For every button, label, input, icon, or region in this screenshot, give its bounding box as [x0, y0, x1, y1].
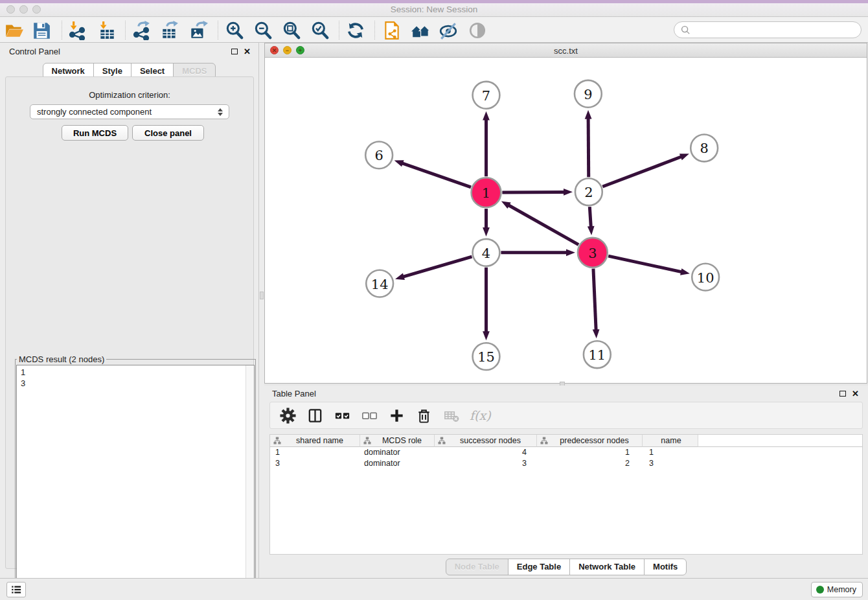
column-type-icon — [438, 437, 446, 444]
show-hidden-icon[interactable] — [466, 19, 488, 41]
search-box[interactable] — [674, 21, 862, 38]
tab-edge-table[interactable]: Edge Table — [508, 559, 570, 575]
export-network-icon[interactable] — [130, 19, 152, 41]
control-panel: Control Panel ✕ Network Style Select MCD… — [0, 43, 259, 578]
criterion-select[interactable]: strongly connected component — [30, 104, 229, 119]
column-header-name[interactable]: name — [643, 435, 698, 447]
vertical-splitter-grip[interactable] — [260, 292, 264, 299]
column-type-icon — [273, 437, 281, 444]
delete-column-icon[interactable] — [415, 407, 433, 424]
window-titlebar: Session: New Session — [0, 0, 868, 17]
graph-edge-2-3[interactable] — [589, 207, 591, 227]
graph-edge-arrowhead — [564, 189, 573, 196]
export-table-icon[interactable] — [159, 19, 181, 41]
graph-edge-arrowhead — [680, 154, 689, 160]
network-window-titlebar[interactable]: ✕ − + scc.txt — [265, 43, 867, 58]
zoom-out-icon[interactable] — [252, 19, 274, 41]
mcds-result-textarea[interactable]: 1 3 — [16, 365, 255, 597]
cell-successor-nodes[interactable]: 3 — [435, 459, 537, 468]
tab-node-table[interactable]: Node Table — [446, 559, 508, 575]
window-title: Session: New Session — [0, 5, 868, 14]
toolbar-separator — [62, 21, 62, 40]
graph-edge-1-6[interactable] — [402, 163, 471, 187]
graph-edge-1-2[interactable] — [502, 192, 565, 192]
graph-edge-3-10[interactable] — [608, 256, 682, 272]
result-scrollbar[interactable] — [246, 365, 254, 596]
save-session-icon[interactable] — [30, 19, 52, 41]
function-builder-icon[interactable]: f(x) — [470, 408, 491, 422]
mcds-result-group: MCDS result (2 nodes) 1 3 — [15, 354, 256, 598]
deselect-all-checkbox-icon[interactable] — [361, 407, 378, 424]
run-mcds-button[interactable]: Run MCDS — [62, 125, 128, 141]
show-all-networks-icon[interactable] — [409, 19, 431, 41]
cell-shared-name[interactable]: 1 — [270, 448, 360, 457]
memory-label: Memory — [827, 585, 856, 594]
column-type-icon — [363, 437, 371, 444]
graph-edge-arrowhead — [566, 249, 575, 256]
search-input[interactable] — [694, 25, 854, 35]
column-header-successor-nodes[interactable]: successor nodes — [435, 435, 537, 447]
cell-predecessor-nodes[interactable]: 2 — [537, 459, 643, 468]
close-panel-button[interactable]: Close panel — [132, 125, 204, 141]
tab-network-table[interactable]: Network Table — [569, 559, 645, 575]
graph-node-label: 6 — [374, 148, 383, 163]
import-network-icon[interactable] — [66, 19, 88, 41]
graph-edge-arrowhead — [593, 329, 600, 338]
zoom-in-icon[interactable] — [223, 19, 246, 41]
network-canvas[interactable]: 7968124314101511 — [265, 58, 867, 383]
mcds-result-line: 1 — [21, 367, 250, 378]
table-panel-title: Table Panel — [272, 389, 316, 398]
column-header-shared-name[interactable]: shared name — [270, 435, 360, 447]
open-session-icon[interactable] — [3, 19, 25, 41]
table-row[interactable]: 1 dominator 4 1 1 — [270, 447, 862, 458]
panel-menu-button[interactable] — [6, 582, 26, 597]
cell-successor-nodes[interactable]: 4 — [435, 448, 537, 457]
network-window-title: scc.txt — [265, 46, 867, 56]
cell-mcds-role[interactable]: dominator — [360, 448, 435, 457]
graph-node-label: 10 — [697, 270, 714, 286]
graph-edge-arrowhead — [394, 160, 404, 167]
import-table-icon[interactable] — [96, 19, 118, 41]
select-all-checkbox-icon[interactable] — [334, 407, 351, 424]
toolbar-separator — [339, 21, 339, 40]
close-panel-icon[interactable]: ✕ — [244, 47, 251, 56]
graph-node-label: 8 — [700, 141, 708, 156]
zoom-fit-icon[interactable] — [280, 19, 303, 41]
delete-table-icon[interactable] — [442, 407, 460, 424]
memory-button[interactable]: Memory — [811, 582, 863, 597]
search-icon — [681, 25, 691, 35]
table-row[interactable]: 3 dominator 3 2 3 — [270, 458, 862, 469]
table-toolbar: f(x) — [269, 402, 863, 429]
graph-edge-arrowhead — [585, 110, 592, 119]
mcds-panel-body: Optimization criterion: strongly connect… — [5, 76, 254, 569]
column-header-predecessor-nodes[interactable]: predecessor nodes — [537, 435, 643, 447]
status-bar: Memory — [0, 578, 868, 600]
cell-predecessor-nodes[interactable]: 1 — [537, 448, 643, 457]
export-image-icon[interactable] — [187, 19, 209, 41]
float-panel-icon[interactable] — [231, 49, 238, 54]
column-header-mcds-role[interactable]: MCDS role — [360, 435, 435, 447]
toolbar-separator — [218, 21, 218, 40]
graph-edge-3-11[interactable] — [593, 269, 596, 331]
cell-name[interactable]: 3 — [643, 459, 698, 468]
cell-shared-name[interactable]: 3 — [270, 459, 360, 468]
header-filler — [698, 435, 862, 447]
show-columns-icon[interactable] — [306, 407, 324, 424]
float-panel-icon[interactable] — [839, 391, 846, 397]
zoom-selected-icon[interactable] — [309, 19, 331, 41]
graph-edge-arrowhead — [483, 111, 490, 121]
graph-edge-2-8[interactable] — [602, 157, 681, 187]
graph-edge-4-14[interactable] — [403, 257, 472, 277]
close-panel-icon[interactable]: ✕ — [852, 389, 859, 398]
graph-edge-2-9[interactable] — [588, 118, 589, 178]
graph-node-label: 15 — [477, 349, 495, 365]
cell-mcds-role[interactable]: dominator — [360, 459, 435, 468]
refresh-layout-icon[interactable] — [345, 19, 367, 41]
graph-edge-3-1[interactable] — [508, 205, 578, 244]
new-network-from-selection-icon[interactable] — [381, 19, 403, 41]
tab-motifs[interactable]: Motifs — [644, 559, 687, 575]
cell-name[interactable]: 1 — [643, 448, 698, 457]
add-column-icon[interactable] — [388, 407, 405, 424]
table-settings-icon[interactable] — [279, 407, 297, 424]
hide-selected-icon[interactable] — [437, 19, 459, 41]
